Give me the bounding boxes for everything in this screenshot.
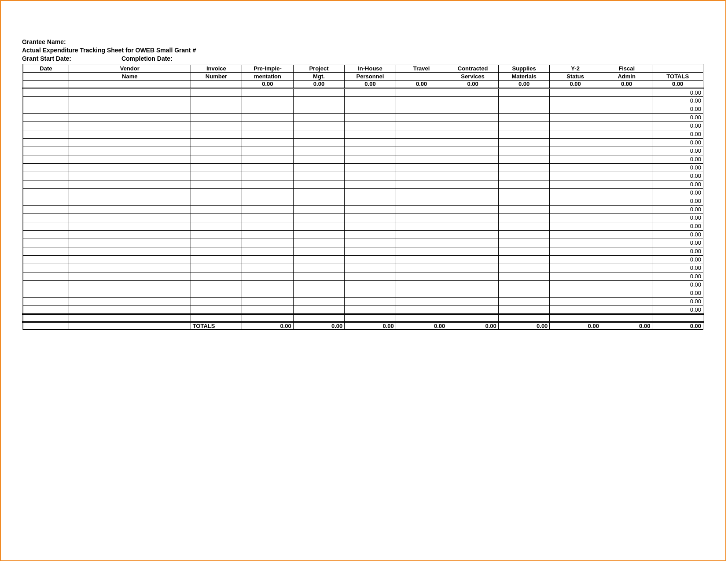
data-cell[interactable] xyxy=(191,105,242,113)
data-cell[interactable] xyxy=(601,96,652,105)
data-cell[interactable] xyxy=(550,222,601,230)
data-cell[interactable] xyxy=(293,138,345,147)
data-cell[interactable] xyxy=(601,213,652,222)
table-row[interactable]: 0.00 xyxy=(23,188,704,197)
data-cell[interactable] xyxy=(23,155,69,163)
data-cell[interactable] xyxy=(191,88,242,96)
data-cell[interactable] xyxy=(191,138,242,147)
table-row[interactable]: 0.00 xyxy=(23,213,704,222)
data-cell[interactable] xyxy=(191,96,242,105)
data-cell[interactable] xyxy=(550,289,601,297)
data-cell[interactable] xyxy=(23,188,69,197)
table-row[interactable]: 0.00 xyxy=(23,280,704,289)
data-cell[interactable] xyxy=(601,113,652,121)
data-cell[interactable] xyxy=(550,138,601,147)
data-cell[interactable] xyxy=(550,305,601,314)
data-cell[interactable] xyxy=(242,222,294,230)
data-cell[interactable] xyxy=(396,188,447,197)
data-cell[interactable] xyxy=(23,130,69,138)
data-cell[interactable] xyxy=(242,113,294,121)
data-cell[interactable] xyxy=(345,205,396,213)
data-cell[interactable] xyxy=(396,213,447,222)
data-cell[interactable] xyxy=(396,289,447,297)
data-cell[interactable] xyxy=(191,113,242,121)
row-total-cell[interactable]: 0.00 xyxy=(652,264,704,272)
data-cell[interactable] xyxy=(601,130,652,138)
data-cell[interactable] xyxy=(498,197,550,205)
data-cell[interactable] xyxy=(396,297,447,305)
row-total-cell[interactable]: 0.00 xyxy=(652,272,704,280)
data-cell[interactable] xyxy=(447,163,499,172)
data-cell[interactable] xyxy=(23,163,69,172)
table-row[interactable]: 0.00 xyxy=(23,147,704,155)
data-cell[interactable] xyxy=(293,172,345,180)
data-cell[interactable] xyxy=(242,138,294,147)
data-cell[interactable] xyxy=(191,130,242,138)
row-total-cell[interactable]: 0.00 xyxy=(652,180,704,188)
data-cell[interactable] xyxy=(191,163,242,172)
data-cell[interactable] xyxy=(69,138,191,147)
data-cell[interactable] xyxy=(601,239,652,247)
data-cell[interactable] xyxy=(396,239,447,247)
data-cell[interactable] xyxy=(293,96,345,105)
data-cell[interactable] xyxy=(293,163,345,172)
data-cell[interactable] xyxy=(242,130,294,138)
data-cell[interactable] xyxy=(498,147,550,155)
data-cell[interactable] xyxy=(191,297,242,305)
data-cell[interactable] xyxy=(550,105,601,113)
data-cell[interactable] xyxy=(396,105,447,113)
data-cell[interactable] xyxy=(396,130,447,138)
table-row[interactable]: 0.00 xyxy=(23,222,704,230)
data-cell[interactable] xyxy=(396,247,447,255)
data-cell[interactable] xyxy=(447,213,499,222)
row-total-cell[interactable]: 0.00 xyxy=(652,239,704,247)
data-cell[interactable] xyxy=(345,155,396,163)
data-cell[interactable] xyxy=(498,289,550,297)
data-cell[interactable] xyxy=(242,121,294,130)
data-cell[interactable] xyxy=(447,130,499,138)
data-cell[interactable] xyxy=(242,163,294,172)
data-cell[interactable] xyxy=(601,280,652,289)
data-cell[interactable] xyxy=(550,130,601,138)
data-cell[interactable] xyxy=(601,222,652,230)
data-cell[interactable] xyxy=(242,297,294,305)
data-cell[interactable] xyxy=(293,289,345,297)
data-cell[interactable] xyxy=(293,230,345,239)
data-cell[interactable] xyxy=(293,188,345,197)
data-cell[interactable] xyxy=(345,130,396,138)
data-cell[interactable] xyxy=(23,138,69,147)
data-cell[interactable] xyxy=(601,197,652,205)
data-cell[interactable] xyxy=(498,163,550,172)
data-cell[interactable] xyxy=(447,172,499,180)
data-cell[interactable] xyxy=(447,197,499,205)
data-cell[interactable] xyxy=(550,230,601,239)
data-cell[interactable] xyxy=(242,197,294,205)
table-row[interactable]: 0.00 xyxy=(23,121,704,130)
data-cell[interactable] xyxy=(601,305,652,314)
data-cell[interactable] xyxy=(601,255,652,264)
data-cell[interactable] xyxy=(23,297,69,305)
data-cell[interactable] xyxy=(498,280,550,289)
data-cell[interactable] xyxy=(601,163,652,172)
row-total-cell[interactable]: 0.00 xyxy=(652,222,704,230)
data-cell[interactable] xyxy=(242,255,294,264)
data-cell[interactable] xyxy=(191,289,242,297)
table-row[interactable]: 0.00 xyxy=(23,197,704,205)
data-cell[interactable] xyxy=(601,105,652,113)
data-cell[interactable] xyxy=(345,96,396,105)
data-cell[interactable] xyxy=(601,205,652,213)
data-cell[interactable] xyxy=(601,297,652,305)
data-cell[interactable] xyxy=(345,264,396,272)
data-cell[interactable] xyxy=(69,105,191,113)
data-cell[interactable] xyxy=(550,163,601,172)
data-cell[interactable] xyxy=(601,247,652,255)
row-total-cell[interactable]: 0.00 xyxy=(652,155,704,163)
data-cell[interactable] xyxy=(23,272,69,280)
data-cell[interactable] xyxy=(23,239,69,247)
data-cell[interactable] xyxy=(550,213,601,222)
table-row[interactable]: 0.00 xyxy=(23,264,704,272)
data-cell[interactable] xyxy=(242,264,294,272)
data-cell[interactable] xyxy=(345,289,396,297)
data-cell[interactable] xyxy=(345,255,396,264)
data-cell[interactable] xyxy=(498,113,550,121)
